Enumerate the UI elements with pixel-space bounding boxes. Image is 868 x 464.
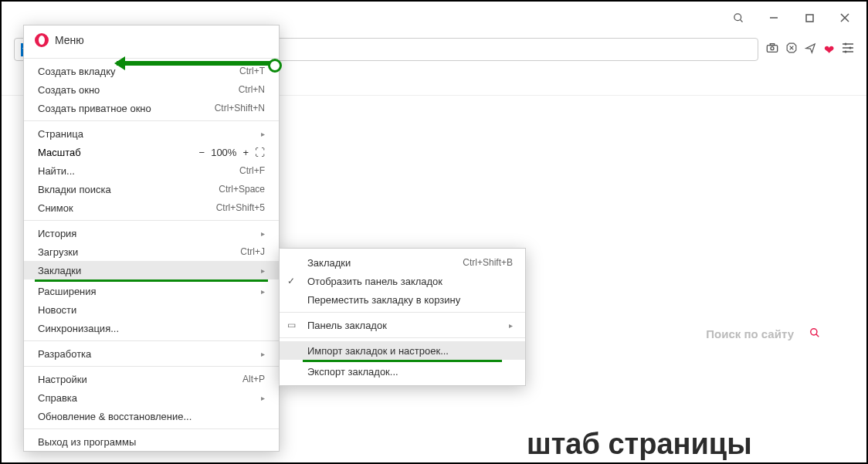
menu-search-tabs[interactable]: Вкладки поискаCtrl+Space [24,180,279,198]
menu-bookmarks[interactable]: Закладки▸ [24,261,279,279]
page-title: штаб страницы [527,428,752,461]
send-icon[interactable] [805,42,816,57]
menu-exit[interactable]: Выход из программы [24,432,279,451]
svg-point-17 [845,51,847,53]
search-placeholder: Поиск по сайту [706,327,794,340]
heart-icon[interactable]: ❤ [824,42,834,57]
submenu-bookmarks[interactable]: ЗакладкиCtrl+Shift+B [280,253,525,272]
bookmarks-submenu: ЗакладкиCtrl+Shift+B ✓Отобразить панель … [279,248,526,386]
menu-new-window[interactable]: Создать окноCtrl+N [24,80,279,99]
menu-news[interactable]: Новости [24,300,279,319]
svg-point-7 [771,47,774,50]
svg-rect-8 [770,44,774,46]
main-menu: Меню Создать вкладкуCtrl+T Создать окноC… [23,25,280,452]
camera-icon[interactable] [766,42,778,56]
search-icon[interactable] [723,6,754,29]
menu-find[interactable]: Найти...Ctrl+F [24,161,279,180]
svg-point-15 [845,43,847,46]
svg-rect-3 [806,15,813,22]
submenu-show-bar[interactable]: ✓Отобразить панель закладок [280,272,525,290]
menu-new-private[interactable]: Создать приватное окноCtrl+Shift+N [24,99,279,117]
close-button[interactable] [829,6,860,29]
submenu-import[interactable]: Импорт закладок и настроек... [280,341,525,360]
check-icon: ✓ [287,276,295,286]
svg-point-16 [849,47,852,49]
menu-header[interactable]: Меню [24,25,279,55]
menu-extensions[interactable]: Расширения▸ [24,282,279,300]
folder-icon: ▭ [287,320,296,330]
svg-point-18 [811,329,817,335]
menu-snapshot[interactable]: СнимокCtrl+Shift+5 [24,198,279,217]
zoom-out-icon[interactable]: − [199,147,205,158]
submenu-move-trash[interactable]: Переместить закладку в корзину [280,290,525,309]
menu-zoom[interactable]: Масштаб−100%+⛶ [24,143,279,161]
svg-point-0 [734,13,741,20]
search-icon [809,327,820,340]
svg-line-19 [816,334,819,337]
opera-icon [35,33,49,47]
menu-history[interactable]: История▸ [24,224,279,242]
submenu-export[interactable]: Экспорт закладок... [280,362,525,381]
maximize-button[interactable] [794,6,825,29]
minimize-button[interactable] [758,6,789,29]
menu-dev[interactable]: Разработка▸ [24,344,279,363]
menu-downloads[interactable]: ЗагрузкиCtrl+J [24,242,279,261]
svg-line-1 [740,19,742,22]
zoom-in-icon[interactable]: + [242,147,249,158]
menu-sync[interactable]: Синхронизация... [24,319,279,337]
menu-settings[interactable]: НастройкиAlt+P [24,370,279,388]
menu-page[interactable]: Страница▸ [24,124,279,143]
menu-title: Меню [55,34,84,46]
block-icon[interactable] [786,42,797,56]
site-search[interactable]: Поиск по сайту [706,327,820,340]
submenu-bar[interactable]: ▭Панель закладок▸ [280,316,525,334]
easy-setup-icon[interactable] [842,42,854,56]
menu-update[interactable]: Обновление & восстановление... [24,407,279,425]
svg-rect-6 [767,46,777,52]
fullscreen-icon[interactable]: ⛶ [255,147,265,158]
menu-help[interactable]: Справка▸ [24,388,279,407]
annotation-arrow [117,61,279,66]
